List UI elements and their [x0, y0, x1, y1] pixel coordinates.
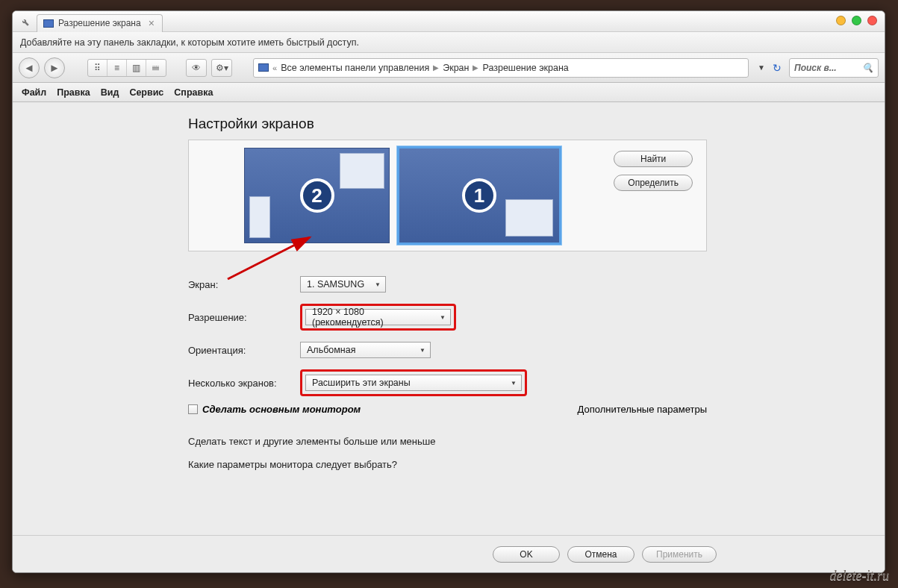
view-list-icon[interactable]: ≡ [107, 60, 127, 76]
resolution-label: Разрешение: [188, 312, 300, 323]
monitor-1-selected[interactable]: 1 [397, 146, 561, 245]
toolbar: ◄ ► ⠿ ≡ ▥ ⩸ 👁 ⚙▾ « Все элементы панели у… [13, 53, 885, 83]
breadcrumb-item[interactable]: Экран [443, 63, 469, 73]
orientation-label: Ориентация: [188, 345, 300, 356]
window-thumb [505, 199, 553, 237]
wrench-icon[interactable] [17, 15, 31, 28]
bookmark-hint: Добавляйте на эту панель закладки, к кот… [20, 37, 359, 48]
monitor-2[interactable]: 2 [244, 148, 390, 243]
orientation-select[interactable]: Альбомная [300, 342, 431, 358]
breadcrumb[interactable]: « Все элементы панели управления ▶ Экран… [253, 58, 749, 78]
resolution-select[interactable]: 1920 × 1080 (рекомендуется) [305, 309, 451, 325]
screen-label: Экран: [188, 279, 300, 290]
minimize-button[interactable] [836, 16, 846, 25]
menu-service[interactable]: Сервис [129, 87, 163, 98]
search-placeholder: Поиск в... [794, 63, 837, 73]
window-controls [836, 16, 877, 25]
menu-file[interactable]: Файл [22, 87, 46, 98]
back-button[interactable]: ◄ [19, 57, 40, 78]
menu-view[interactable]: Вид [101, 87, 119, 98]
highlight-annotation: 1920 × 1080 (рекомендуется) [300, 304, 456, 331]
browser-tab[interactable]: Разрешение экрана × [37, 14, 163, 32]
monitor-number: 1 [462, 178, 496, 213]
monitor-number: 2 [300, 178, 334, 213]
menu-help[interactable]: Справка [174, 87, 213, 98]
quicklook-button[interactable]: 👁 [186, 59, 207, 77]
apply-button[interactable]: Применить [642, 546, 717, 563]
view-mode-group: ⠿ ≡ ▥ ⩸ [87, 59, 166, 77]
menubar: Файл Правка Вид Сервис Справка [13, 83, 885, 102]
action-button[interactable]: ⚙▾ [211, 59, 232, 77]
bookmark-bar: Добавляйте на эту панель закладки, к кот… [13, 32, 885, 53]
breadcrumb-item[interactable]: Разрешение экрана [482, 63, 568, 73]
find-button[interactable]: Найти [614, 151, 693, 167]
dialog-footer: OK Отмена Применить [13, 535, 885, 572]
multiple-displays-label: Несколько экранов: [188, 378, 300, 389]
chevron-right-icon: ▶ [433, 63, 439, 72]
search-input[interactable]: Поиск в... 🔍 [789, 58, 879, 78]
browser-window: Разрешение экрана × Добавляйте на эту па… [12, 10, 885, 573]
forward-button[interactable]: ► [44, 57, 65, 78]
display-arrangement[interactable]: 2 1 Найти Определить [188, 140, 707, 251]
chevron-right-icon: ▶ [473, 63, 478, 72]
monitor-icon [258, 63, 269, 72]
page-title: Настройки экранов [188, 116, 885, 132]
titlebar: Разрешение экрана × [13, 11, 885, 32]
window-thumb [340, 153, 384, 189]
watermark: delete-it.ru [830, 568, 889, 584]
view-coverflow-icon[interactable]: ⩸ [146, 60, 166, 76]
refresh-icon[interactable]: ↻ [773, 62, 782, 74]
maximize-button[interactable] [852, 16, 861, 25]
make-main-checkbox[interactable] [188, 404, 198, 414]
highlight-annotation: Расширить эти экраны [300, 369, 527, 396]
make-main-label: Сделать основным монитором [202, 404, 361, 415]
breadcrumb-item[interactable]: Все элементы панели управления [281, 63, 429, 73]
multiple-displays-select[interactable]: Расширить эти экраны [305, 375, 522, 391]
detect-button[interactable]: Определить [614, 175, 693, 191]
view-columns-icon[interactable]: ▥ [127, 60, 146, 76]
monitor-icon [43, 19, 54, 28]
text-size-link[interactable]: Сделать текст и другие элементы больше и… [188, 436, 885, 447]
dropdown-icon[interactable]: ▼ [758, 63, 765, 72]
screen-select[interactable]: 1. SAMSUNG [300, 276, 386, 293]
settings-form: Экран: 1. SAMSUNG Разрешение: 1920 × 108… [188, 268, 885, 470]
close-button[interactable] [867, 16, 877, 25]
cancel-button[interactable]: Отмена [567, 546, 634, 563]
content-area: Настройки экранов 2 1 Найти Определить [13, 102, 885, 535]
which-settings-link[interactable]: Какие параметры монитора следует выбрать… [188, 459, 885, 470]
view-icons-icon[interactable]: ⠿ [88, 60, 107, 76]
menu-edit[interactable]: Правка [57, 87, 90, 98]
advanced-settings-link[interactable]: Дополнительные параметры [577, 404, 707, 415]
search-icon: 🔍 [862, 63, 873, 73]
close-icon[interactable]: × [149, 17, 155, 29]
window-thumb [249, 196, 270, 238]
tab-title: Разрешение экрана [58, 18, 141, 28]
ok-button[interactable]: OK [493, 546, 560, 563]
